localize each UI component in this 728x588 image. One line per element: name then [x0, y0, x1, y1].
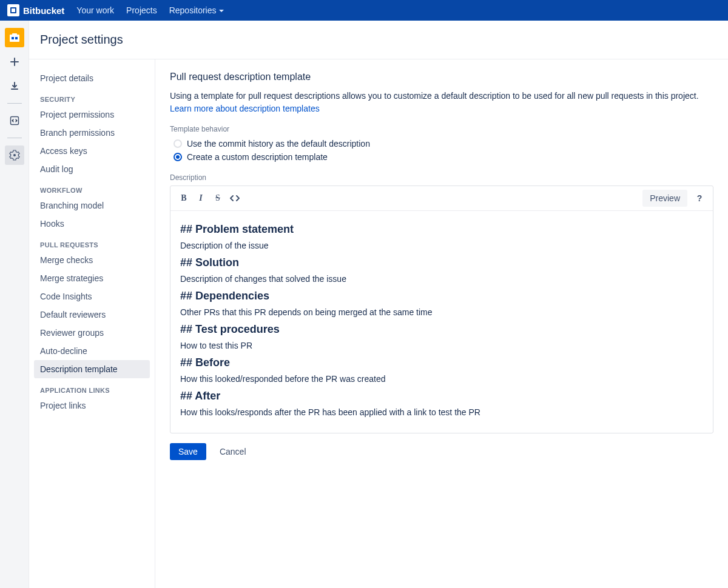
- help-button[interactable]: ?: [691, 190, 708, 207]
- radio-custom-template[interactable]: Create a custom description template: [170, 150, 713, 164]
- template-text: Other PRs that this PR depends on being …: [180, 307, 703, 317]
- bold-button[interactable]: B: [175, 190, 192, 207]
- template-heading: ## After: [180, 390, 703, 403]
- sidebar-branching-model[interactable]: Branching model: [34, 196, 150, 215]
- sidebar-default-reviewers[interactable]: Default reviewers: [34, 306, 150, 324]
- radio-icon: [174, 153, 182, 161]
- template-heading: ## Problem statement: [180, 223, 703, 236]
- template-heading: ## Dependencies: [180, 290, 703, 302]
- radio-label: Create a custom description template: [187, 152, 328, 162]
- template-heading: ## Before: [180, 356, 703, 369]
- description-editor: B I S Preview ? ## Problem statement Des…: [170, 185, 713, 433]
- page-header: Project settings: [29, 21, 728, 59]
- template-behavior-group: Use the commit history as the default de…: [170, 137, 713, 164]
- svg-rect-1: [12, 33, 17, 35]
- settings-sidebar: Project details SECURITY Project permiss…: [29, 59, 155, 588]
- svg-rect-3: [15, 37, 18, 39]
- editor-textarea[interactable]: ## Problem statement Description of the …: [170, 211, 713, 433]
- sidebar-hooks[interactable]: Hooks: [34, 215, 150, 233]
- save-button[interactable]: Save: [170, 443, 206, 460]
- template-heading: ## Test procedures: [180, 323, 703, 336]
- behavior-label: Template behavior: [170, 125, 713, 133]
- strikethrough-button[interactable]: S: [209, 190, 226, 207]
- nav-projects[interactable]: Projects: [126, 5, 157, 15]
- sidebar-access-keys[interactable]: Access keys: [34, 142, 150, 160]
- sidebar-project-details[interactable]: Project details: [34, 69, 150, 87]
- rail-divider: [7, 103, 22, 104]
- learn-more-link[interactable]: Learn more about description templates: [170, 104, 320, 113]
- sidebar-code-insights[interactable]: Code Insights: [34, 287, 150, 306]
- sidebar-header-security: SECURITY: [34, 87, 150, 105]
- italic-button[interactable]: I: [192, 190, 209, 207]
- svg-rect-2: [12, 37, 14, 39]
- nav-your-work[interactable]: Your work: [76, 5, 114, 15]
- sidebar-header-app-links: APPLICATION LINKS: [34, 378, 150, 396]
- rail-divider: [7, 138, 22, 138]
- cancel-button[interactable]: Cancel: [211, 443, 255, 460]
- editor-toolbar: B I S Preview ?: [170, 186, 713, 211]
- intro-text: Using a template for pull request descri…: [170, 90, 713, 115]
- template-text: How to test this PR: [180, 341, 703, 350]
- radio-icon: [174, 139, 182, 148]
- add-icon[interactable]: [5, 52, 24, 72]
- action-buttons: Save Cancel: [170, 443, 713, 460]
- bitbucket-icon: [7, 4, 19, 16]
- description-label: Description: [170, 173, 713, 182]
- brand-logo[interactable]: Bitbucket: [7, 4, 64, 16]
- sidebar-auto-decline[interactable]: Auto-decline: [34, 342, 150, 360]
- code-button[interactable]: [226, 190, 243, 207]
- sidebar-header-workflow: WORKFLOW: [34, 178, 150, 196]
- sidebar-merge-strategies[interactable]: Merge strategies: [34, 269, 150, 287]
- code-icon[interactable]: [5, 111, 24, 130]
- template-text: Description of the issue: [180, 241, 703, 250]
- page-title: Project settings: [40, 33, 717, 47]
- sidebar-project-links[interactable]: Project links: [34, 396, 150, 415]
- chevron-down-icon: [219, 10, 224, 12]
- template-text: Description of changes that solved the i…: [180, 274, 703, 284]
- template-heading: ## Solution: [180, 256, 703, 269]
- top-bar: Bitbucket Your work Projects Repositorie…: [0, 0, 728, 21]
- radio-commit-history[interactable]: Use the commit history as the default de…: [170, 137, 713, 150]
- settings-icon[interactable]: [5, 145, 24, 165]
- svg-rect-0: [10, 35, 19, 42]
- sidebar-merge-checks[interactable]: Merge checks: [34, 251, 150, 269]
- sidebar-branch-permissions[interactable]: Branch permissions: [34, 124, 150, 142]
- brand-name: Bitbucket: [23, 5, 64, 16]
- main-content: Pull request description template Using …: [155, 59, 728, 588]
- section-title: Pull request description template: [170, 72, 713, 82]
- sidebar-audit-log[interactable]: Audit log: [34, 160, 150, 178]
- project-avatar-icon[interactable]: [5, 28, 24, 47]
- sidebar-project-permissions[interactable]: Project permissions: [34, 105, 150, 124]
- nav-repositories[interactable]: Repositories: [169, 5, 224, 15]
- sidebar-description-template[interactable]: Description template: [34, 360, 150, 378]
- sidebar-reviewer-groups[interactable]: Reviewer groups: [34, 324, 150, 342]
- top-nav: Your work Projects Repositories: [76, 5, 223, 15]
- download-icon[interactable]: [5, 76, 24, 96]
- left-rail: [0, 21, 29, 588]
- radio-label: Use the commit history as the default de…: [187, 139, 370, 149]
- template-text: How this looked/responded before the PR …: [180, 374, 703, 384]
- preview-button[interactable]: Preview: [642, 190, 687, 207]
- sidebar-header-pr: PULL REQUESTS: [34, 233, 150, 251]
- template-text: How this looks/responds after the PR has…: [180, 407, 703, 417]
